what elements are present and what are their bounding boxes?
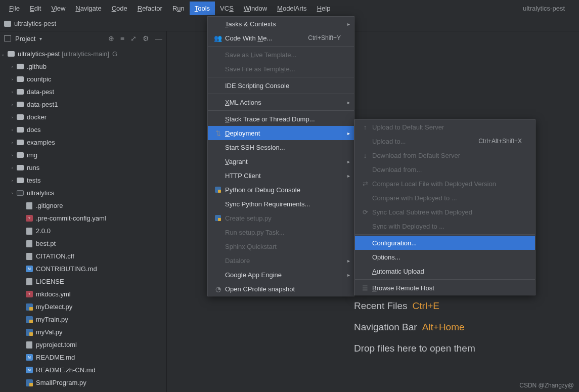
tree-file-license[interactable]: LICENSE [0, 275, 166, 288]
◔-icon: ◔ [213, 285, 223, 293]
tools-menu-item-12[interactable]: Start SSH Session... [208, 140, 354, 154]
menu-item-help[interactable]: Help [312, 2, 336, 15]
expand-icon[interactable]: ⤢ [130, 34, 137, 42]
deploy-menu-item-6: ⟳Sync Local Subtree with Deployed [355, 205, 535, 219]
tools-menu-item-8[interactable]: XML Actions▸ [208, 95, 354, 109]
tools-menu-item-21[interactable]: Google App Engine▸ [208, 268, 354, 282]
tools-menu-item-20: Datalore▸ [208, 253, 354, 268]
tree-file-mydetect-py[interactable]: myDetect.py [0, 300, 166, 313]
👥-icon: 👥 [213, 34, 223, 42]
tree-folder-tests[interactable]: ›tests [0, 174, 166, 187]
⟳-icon: ⟳ [360, 208, 370, 216]
menu-item-file[interactable]: File [4, 2, 25, 15]
tree-file-smallprogram-py[interactable]: SmallProgram.py [0, 376, 166, 389]
deploy-menu-item-10[interactable]: Options... [355, 250, 535, 264]
deployment-submenu[interactable]: ↑Upload to Default ServerUpload to...Ctr… [354, 119, 536, 295]
tree-root[interactable]: ⌄ultralytics-pest[ultralytics-main]G [0, 48, 166, 60]
tree-file-mytrain-py[interactable]: myTrain.py [0, 313, 166, 326]
py-icon [213, 214, 223, 222]
menu-item-window[interactable]: Window [239, 2, 272, 15]
↓-icon: ↓ [360, 152, 370, 159]
hint-recent-files: Recent FilesCtrl+E [354, 300, 475, 312]
deploy-menu-item-0: ↑Upload to Default Server [355, 120, 535, 134]
tree-file-readme-zh-cn-md[interactable]: MREADME.zh-CN.md [0, 364, 166, 376]
tree-folder-github[interactable]: ›.github [0, 60, 166, 73]
tree-file-citation-cff[interactable]: CITATION.cff [0, 250, 166, 263]
minimize-icon[interactable]: — [155, 34, 162, 42]
watermark: CSDN @Zhangzy@ [519, 382, 574, 389]
menu-item-vcs[interactable]: VCS [215, 2, 239, 15]
tree-file-myval-py[interactable]: myVal.py [0, 326, 166, 338]
deploy-menu-item-5: Compare with Deployed to ... [355, 191, 535, 205]
tools-dropdown-menu[interactable]: Tasks & Contexts▸👥Code With Me...Ctrl+Sh… [207, 16, 354, 296]
tree-file-mkdocs-yml[interactable]: Ymkdocs.yml [0, 288, 166, 300]
locate-icon[interactable]: ⊕ [108, 34, 114, 42]
tools-menu-item-22[interactable]: ◔Open CProfile snapshot [208, 282, 354, 296]
project-view-icon [4, 35, 11, 41]
tree-file--pre-commit-config-yaml[interactable]: Y.pre-commit-config.yaml [0, 212, 166, 225]
chevron-down-icon[interactable]: ▾ [39, 36, 42, 41]
tree-file-readme-md[interactable]: MREADME.md [0, 351, 166, 364]
project-tree[interactable]: ⌄ultralytics-pest[ultralytics-main]G›.gi… [0, 46, 166, 392]
tree-folder-runs[interactable]: ›runs [0, 161, 166, 174]
tree-file-contributing-md[interactable]: MCONTRIBUTING.md [0, 263, 166, 275]
↑-icon: ↑ [360, 123, 370, 131]
tree-folder-countpic[interactable]: ›countpic [0, 73, 166, 85]
menu-item-refactor[interactable]: Refactor [132, 2, 167, 15]
settings-icon[interactable]: ⚙ [143, 34, 149, 42]
tools-menu-item-10[interactable]: Stack Trace or Thread Dump... [208, 112, 354, 126]
tools-menu-item-18: Run setup.py Task... [208, 225, 354, 239]
tools-menu-item-4: Save File as Template... [208, 62, 354, 76]
deploy-menu-item-13[interactable]: ☰Browse Remote Host [355, 281, 535, 295]
tools-menu-item-1[interactable]: 👥Code With Me...Ctrl+Shift+Y [208, 31, 354, 45]
tree-folder-img[interactable]: ›img [0, 149, 166, 161]
tools-menu-item-15[interactable]: Python or Debug Console [208, 183, 354, 197]
deploy-menu-item-2: ↓Download from Default Server [355, 148, 535, 162]
⇄-icon: ⇄ [360, 180, 370, 188]
tools-menu-item-14[interactable]: HTTP Client▸ [208, 168, 354, 183]
menu-item-view[interactable]: View [46, 2, 70, 15]
tree-file-pyproject-toml[interactable]: pyproject.toml [0, 338, 166, 351]
tools-menu-item-11[interactable]: ⇅Deployment▸ [208, 126, 354, 140]
hint-nav-bar: Navigation BarAlt+Home [354, 322, 475, 333]
deploy-menu-item-11[interactable]: Automatic Upload [355, 264, 535, 278]
project-tool-window: Project ▾ ⊕ ≡ ⤢ ⚙ — ⌄ultralytics-pest[ul… [0, 31, 167, 392]
project-tool-header: Project ▾ ⊕ ≡ ⤢ ⚙ — [0, 31, 166, 46]
breadcrumb-label: ultralytics-pest [14, 20, 56, 27]
deploy-menu-item-7: Sync with Deployed to ... [355, 219, 535, 233]
hint-drop-files: Drop files here to open them [354, 343, 475, 354]
tools-menu-item-19: Sphinx Quickstart [208, 239, 354, 253]
project-tool-title[interactable]: Project [15, 35, 35, 42]
menu-item-code[interactable]: Code [107, 2, 132, 15]
tree-folder-data-pest[interactable]: ›data-pest [0, 85, 166, 98]
tools-menu-item-6[interactable]: IDE Scripting Console [208, 78, 354, 93]
menu-item-modelarts[interactable]: ModelArts [272, 2, 312, 15]
deploy-menu-item-3: Download from... [355, 162, 535, 177]
tree-folder-examples[interactable]: ›examples [0, 136, 166, 149]
tree-folder-docker[interactable]: ›docker [0, 111, 166, 123]
project-name-label: ultralytics-pest [513, 5, 575, 12]
menu-item-edit[interactable]: Edit [25, 2, 46, 15]
tree-folder-ultralytics[interactable]: ›ultralytics [0, 187, 166, 199]
tree-file--gitignore[interactable]: .gitignore [0, 199, 166, 212]
⇅-icon: ⇅ [213, 129, 223, 137]
flatten-icon[interactable]: ≡ [120, 34, 124, 42]
tree-folder-docs[interactable]: ›docs [0, 123, 166, 136]
tools-menu-item-17: Create setup.py [208, 211, 354, 225]
☰-icon: ☰ [360, 284, 370, 292]
folder-icon [4, 21, 11, 27]
deploy-menu-item-1: Upload to...Ctrl+Alt+Shift+X [355, 134, 535, 148]
menu-item-run[interactable]: Run [167, 2, 190, 15]
tree-file-2-0-0[interactable]: 2.0.0 [0, 225, 166, 237]
py-icon [213, 186, 223, 193]
tools-menu-item-0[interactable]: Tasks & Contexts▸ [208, 17, 354, 31]
tree-file-best-pt[interactable]: best.pt [0, 237, 166, 250]
tools-menu-item-3: Save as Live Template... [208, 48, 354, 62]
tools-menu-item-16[interactable]: Sync Python Requirements... [208, 197, 354, 211]
menu-item-navigate[interactable]: Navigate [70, 2, 106, 15]
tools-menu-item-13[interactable]: Vagrant▸ [208, 154, 354, 168]
menu-bar: FileEditViewNavigateCodeRefactorRunTools… [0, 0, 579, 16]
deploy-menu-item-9[interactable]: Configuration... [355, 236, 535, 250]
tree-folder-data-pest1[interactable]: ›data-pest1 [0, 98, 166, 111]
menu-item-tools[interactable]: Tools [190, 2, 215, 15]
